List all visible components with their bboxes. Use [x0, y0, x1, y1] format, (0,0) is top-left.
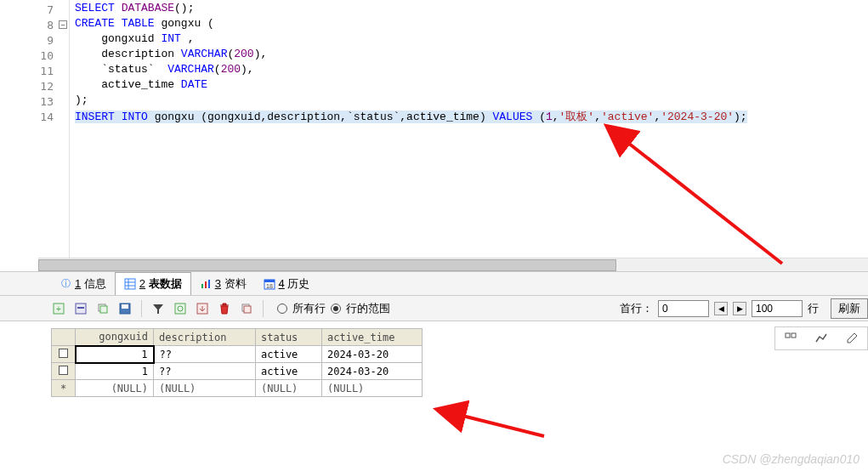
cell[interactable]: 2024-03-20 — [322, 346, 423, 363]
code-line[interactable]: active_time DATE — [70, 78, 868, 94]
row-checkbox[interactable] — [59, 366, 68, 375]
row-marker[interactable] — [52, 346, 76, 363]
column-header-description[interactable]: description — [154, 329, 256, 346]
limit-label: 行 — [808, 301, 819, 316]
svg-rect-4 — [201, 284, 203, 288]
first-row-input[interactable] — [658, 300, 709, 317]
export-button[interactable] — [193, 299, 212, 318]
line-number: 13 — [0, 94, 69, 109]
duplicate-button[interactable] — [237, 299, 256, 318]
tab-信息[interactable]: ⓘ1 信息 — [51, 273, 115, 295]
view-grid-icon[interactable] — [782, 330, 799, 347]
svg-line-26 — [459, 415, 544, 436]
column-header-status[interactable]: status — [256, 329, 322, 346]
svg-text:+: + — [56, 304, 61, 314]
save-button[interactable] — [116, 299, 134, 318]
svg-rect-13 — [77, 307, 84, 309]
cell[interactable]: ?? — [154, 363, 256, 380]
code-line[interactable]: INSERT INTO gongxu (gongxuid,description… — [70, 109, 868, 124]
cell[interactable]: (NULL) — [256, 380, 322, 397]
right-toolbar — [774, 326, 868, 350]
cell[interactable]: (NULL) — [154, 380, 256, 397]
row-mode-radio-group: 所有行 行的范围 — [277, 301, 390, 316]
radio-all-label: 所有行 — [292, 301, 326, 316]
delete-button[interactable] — [215, 299, 234, 318]
line-number: 8− — [0, 17, 69, 32]
grid-toolbar: + 所有行 行的范围 首行： ◀ ▶ 行 刷新 — [0, 296, 868, 321]
edit-icon[interactable] — [843, 330, 860, 347]
info-icon: ⓘ — [60, 278, 71, 290]
tab-label: 1 信息 — [75, 276, 106, 292]
radio-range-label: 行的范围 — [346, 301, 390, 316]
filter-button[interactable] — [149, 299, 167, 318]
radio-row-range[interactable] — [331, 304, 341, 314]
table-row[interactable]: 1??active2024-03-20 — [52, 363, 423, 380]
svg-rect-17 — [122, 304, 128, 309]
code-line[interactable]: description VARCHAR(200), — [70, 48, 868, 63]
refresh-filter-button[interactable] — [171, 299, 190, 318]
table-row[interactable]: *(NULL)(NULL)(NULL)(NULL) — [52, 380, 423, 397]
table-icon — [124, 278, 136, 290]
add-row-button[interactable]: + — [49, 299, 68, 318]
calendar-icon: 18 — [264, 278, 275, 290]
tab-历史[interactable]: 184 历史 — [255, 273, 319, 295]
annotation-arrow-bottom — [451, 406, 553, 443]
cell[interactable]: active — [256, 346, 322, 363]
row-range-controls: 首行： ◀ ▶ 行 — [620, 300, 819, 317]
copy-row-button[interactable] — [94, 299, 112, 318]
next-page-button[interactable]: ▶ — [733, 302, 746, 315]
line-number: 9 — [0, 32, 69, 48]
radio-all-rows[interactable] — [277, 304, 287, 314]
code-area[interactable]: SELECT DATABASE();CREATE TABLE gongxu ( … — [70, 0, 868, 271]
svg-rect-8 — [264, 280, 275, 282]
scrollbar-thumb[interactable] — [38, 259, 616, 271]
line-number: 11 — [0, 63, 69, 78]
code-line[interactable]: CREATE TABLE gongxu ( — [70, 17, 868, 32]
line-number: 7 — [0, 2, 69, 17]
row-marker[interactable]: * — [52, 380, 76, 397]
cell[interactable]: (NULL) — [76, 380, 154, 397]
cell[interactable]: ?? — [154, 346, 256, 363]
code-line[interactable]: SELECT DATABASE(); — [70, 2, 868, 17]
line-number: 10 — [0, 48, 69, 63]
svg-rect-23 — [786, 333, 790, 338]
limit-input[interactable] — [752, 300, 803, 317]
table-row[interactable]: 1??active2024-03-20 — [52, 346, 423, 363]
sql-editor[interactable]: 78−91011121314 SELECT DATABASE();CREATE … — [0, 0, 868, 272]
tab-表数据[interactable]: 2 表数据 — [115, 272, 191, 295]
cell[interactable]: active — [256, 363, 322, 380]
chart-icon — [200, 278, 212, 290]
cell[interactable]: 1 — [76, 363, 154, 380]
data-grid-area: gongxuiddescriptionstatusactive_time1??a… — [0, 321, 868, 397]
row-marker[interactable] — [52, 363, 76, 380]
insert-row-button[interactable] — [71, 299, 90, 318]
cell[interactable]: 1 — [76, 346, 154, 363]
fold-toggle-icon[interactable]: − — [59, 20, 67, 29]
tab-资料[interactable]: 3 资料 — [191, 273, 255, 295]
row-checkbox[interactable] — [59, 349, 68, 358]
code-line[interactable]: `status` VARCHAR(200), — [70, 63, 868, 78]
line-number: 12 — [0, 78, 69, 94]
chart-icon[interactable] — [813, 330, 830, 347]
svg-rect-6 — [208, 280, 210, 288]
horizontal-scrollbar[interactable] — [38, 258, 868, 271]
line-number: 14 — [0, 109, 69, 124]
separator — [141, 300, 142, 317]
watermark: CSDN @zhengdaqian010 — [723, 452, 859, 466]
first-row-label: 首行： — [620, 301, 653, 316]
cell[interactable]: (NULL) — [322, 380, 423, 397]
column-header-gongxuid[interactable]: gongxuid — [76, 329, 154, 346]
column-header-active_time[interactable]: active_time — [322, 329, 423, 346]
data-grid[interactable]: gongxuiddescriptionstatusactive_time1??a… — [51, 328, 423, 397]
code-line[interactable]: gongxuid INT , — [70, 32, 868, 48]
row-header-corner — [52, 329, 76, 346]
code-line[interactable]: ); — [70, 94, 868, 109]
cell[interactable]: 2024-03-20 — [322, 363, 423, 380]
refresh-button[interactable]: 刷新 — [831, 298, 868, 319]
svg-rect-22 — [244, 306, 251, 313]
svg-rect-0 — [125, 279, 135, 289]
svg-rect-18 — [175, 304, 185, 314]
svg-rect-15 — [100, 306, 107, 313]
tab-label: 3 资料 — [215, 276, 247, 292]
prev-page-button[interactable]: ◀ — [714, 302, 728, 315]
